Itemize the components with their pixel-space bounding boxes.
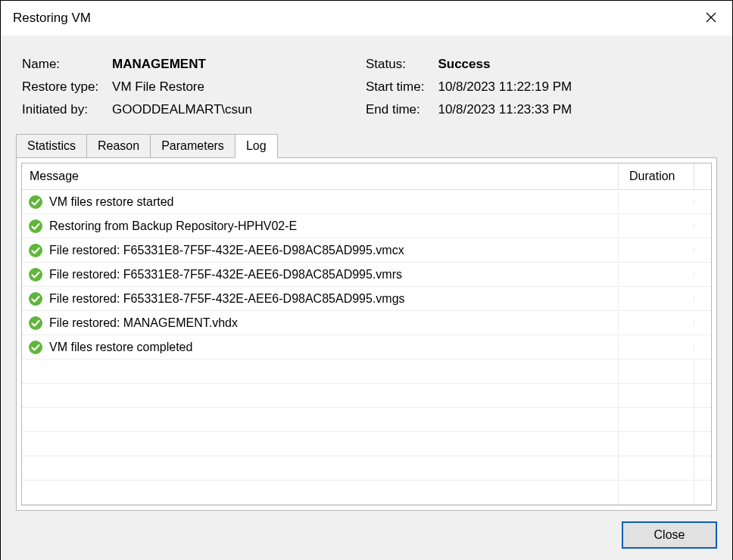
log-row-empty [22, 432, 711, 456]
tab-log[interactable]: Log [235, 134, 278, 158]
svg-point-5 [29, 316, 42, 330]
log-body[interactable]: VM files restore startedRestoring from B… [22, 190, 711, 505]
log-row[interactable]: File restored: F65331E8-7F5F-432E-AEE6-D… [22, 287, 711, 311]
log-message-text: Restoring from Backup Repository-HPHV02-… [49, 219, 297, 233]
log-header: Message Duration [22, 163, 711, 190]
log-message-text: VM files restore completed [49, 341, 192, 354]
window-close-button[interactable] [690, 1, 732, 36]
log-cell-duration [619, 272, 694, 278]
log-cell-message: Restoring from Backup Repository-HPHV02-… [22, 216, 619, 237]
log-row[interactable]: File restored: F65331E8-7F5F-432E-AEE6-D… [22, 263, 711, 287]
tab-statistics[interactable]: Statistics [16, 134, 87, 157]
log-header-message[interactable]: Message [22, 163, 619, 189]
close-button[interactable]: Close [622, 521, 717, 549]
tab-parameters[interactable]: Parameters [150, 134, 235, 157]
log-table: Message Duration VM files restore starte… [21, 163, 712, 506]
end-time-label: End time: [366, 102, 424, 117]
success-icon [28, 267, 43, 282]
log-cell-duration [619, 296, 694, 302]
end-time-value: 10/8/2023 11:23:33 PM [438, 102, 572, 117]
log-row[interactable]: VM files restore started [22, 190, 711, 214]
tab-content-log: Message Duration VM files restore starte… [16, 157, 717, 511]
dialog-footer: Close [16, 511, 717, 549]
restore-type-value: VM File Restore [112, 79, 252, 95]
log-cell-duration [619, 223, 694, 229]
log-row[interactable]: Restoring from Backup Repository-HPHV02-… [22, 214, 711, 238]
log-cell-duration [619, 320, 694, 326]
log-cell-message: VM files restore completed [22, 337, 619, 358]
tab-reason[interactable]: Reason [86, 134, 151, 157]
svg-point-2 [29, 244, 42, 257]
status-value: Success [438, 57, 572, 72]
success-icon [28, 243, 43, 258]
log-cell-duration [619, 247, 694, 254]
success-icon [28, 316, 43, 331]
log-message-text: VM files restore started [49, 195, 174, 209]
dialog-window: Restoring VM Name: MANAGEMENT Restore ty… [0, 0, 733, 560]
close-icon [705, 11, 717, 26]
initiated-by-value: GOODDEALMART\csun [112, 102, 252, 117]
info-col-right: Status: Success Start time: 10/8/2023 11… [366, 57, 572, 117]
log-cell-duration [619, 344, 694, 350]
success-icon [28, 194, 43, 210]
log-cell-message: File restored: MANAGEMENT.vhdx [22, 313, 619, 334]
name-value: MANAGEMENT [112, 57, 252, 72]
start-time-value: 10/8/2023 11:22:19 PM [438, 79, 572, 95]
success-icon [28, 291, 43, 306]
log-message-text: File restored: F65331E8-7F5F-432E-AEE6-D… [49, 268, 402, 282]
log-row-empty [22, 481, 711, 505]
log-row-empty [22, 456, 711, 481]
info-col-left: Name: MANAGEMENT Restore type: VM File R… [22, 57, 252, 117]
success-icon [28, 340, 43, 355]
log-row[interactable]: File restored: F65331E8-7F5F-432E-AEE6-D… [22, 238, 711, 263]
log-cell-message: VM files restore started [22, 191, 619, 213]
log-message-text: File restored: F65331E8-7F5F-432E-AEE6-D… [49, 292, 405, 306]
log-row[interactable]: VM files restore completed [22, 335, 711, 359]
name-label: Name: [22, 57, 98, 72]
svg-point-4 [29, 292, 42, 306]
svg-point-0 [29, 195, 42, 209]
log-row-empty [22, 359, 711, 384]
log-cell-message: File restored: F65331E8-7F5F-432E-AEE6-D… [22, 240, 619, 261]
restore-type-label: Restore type: [22, 79, 98, 95]
log-message-text: File restored: MANAGEMENT.vhdx [49, 316, 238, 330]
log-cell-duration [619, 199, 694, 205]
log-message-text: File restored: F65331E8-7F5F-432E-AEE6-D… [49, 244, 404, 257]
content-area: Name: MANAGEMENT Restore type: VM File R… [1, 36, 732, 560]
log-row-empty [22, 408, 711, 432]
success-icon [28, 219, 43, 234]
start-time-label: Start time: [366, 79, 424, 95]
window-title: Restoring VM [13, 11, 91, 26]
log-cell-message: File restored: F65331E8-7F5F-432E-AEE6-D… [22, 264, 619, 285]
titlebar: Restoring VM [1, 1, 732, 36]
svg-point-3 [29, 268, 42, 282]
log-row[interactable]: File restored: MANAGEMENT.vhdx [22, 311, 711, 335]
svg-point-1 [29, 219, 42, 233]
info-grid: Name: MANAGEMENT Restore type: VM File R… [22, 57, 717, 117]
log-cell-message: File restored: F65331E8-7F5F-432E-AEE6-D… [22, 288, 619, 310]
log-header-spacer [694, 163, 711, 189]
tabs: Statistics Reason Parameters Log Message… [16, 134, 717, 511]
tabstrip: Statistics Reason Parameters Log [16, 134, 717, 157]
svg-point-6 [29, 341, 42, 354]
log-header-duration[interactable]: Duration [619, 163, 694, 189]
status-label: Status: [366, 57, 424, 72]
log-row-empty [22, 384, 711, 408]
initiated-by-label: Initiated by: [22, 102, 98, 117]
